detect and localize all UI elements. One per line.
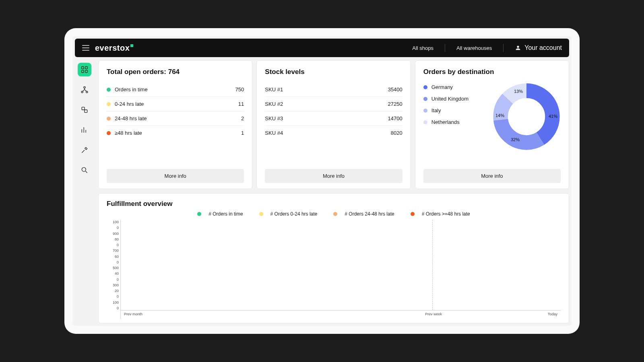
sidebar-search[interactable] [78,163,91,177]
stock-row: SKU #48020 [265,126,402,140]
donut-pct-label: 32% [511,137,520,142]
stock-row: SKU #135400 [265,82,402,97]
menu-icon[interactable] [82,45,89,51]
donut-pct-label: 14% [495,113,504,118]
open-orders-row: ≥48 hrs late1 [107,126,244,140]
sidebar-network[interactable] [78,83,91,97]
sidebar-inventory[interactable] [78,103,91,117]
eyedropper-icon [80,146,89,154]
stock-row: SKU #314700 [265,111,402,126]
xlabel-mid: Prev week [425,312,442,316]
card-fulfillment: Fulfillment overview # Orders in time# O… [98,193,569,323]
donut-pct-label: 13% [514,89,523,94]
svg-rect-8 [85,110,87,113]
donut-chart: 41%32%14%13% [492,82,561,151]
chart-legend-item: # Orders 24-48 hrs late [333,211,394,217]
stock-more-button[interactable]: More info [265,169,402,183]
fulfill-title: Fulfillment overview [107,200,561,208]
dest-legend-item: Netherlands [423,119,486,125]
svg-rect-0 [82,67,84,69]
stock-row: SKU #227250 [265,97,402,111]
boxes-icon [80,106,89,114]
open-orders-row: 24-48 hrs late2 [107,111,244,126]
xlabel-start: Prev month [124,312,142,316]
card-destinations: Orders by destination GermanyUnited King… [415,60,569,189]
svg-rect-7 [82,107,85,110]
svg-point-4 [84,86,85,88]
all-warehouses-link[interactable]: All warehouses [451,45,497,51]
open-orders-title: Total open orders: 764 [107,68,244,76]
account-menu[interactable]: Your account [509,44,562,51]
donut-pct-label: 41% [549,114,557,119]
svg-point-9 [82,167,86,171]
dest-legend-item: Germany [423,84,486,90]
topbar: everstox All shops All warehouses Your a… [75,39,569,57]
svg-rect-3 [85,70,88,73]
sidebar-picker[interactable] [78,143,91,157]
brand-logo: everstox [95,43,133,53]
all-shops-link[interactable]: All shops [407,45,439,51]
dest-title: Orders by destination [423,68,561,76]
dest-legend-item: Italy [423,107,486,113]
open-orders-row: Orders in time750 [107,82,244,97]
card-stock-levels: Stock levels SKU #135400SKU #227250SKU #… [256,60,411,189]
grid-icon [80,66,89,74]
open-orders-row: 0-24 hrs late11 [107,97,244,111]
search-icon [80,166,89,174]
sidebar-dashboard[interactable] [78,63,91,76]
user-icon [515,45,521,51]
sidebar-analytics[interactable] [78,123,91,137]
stock-title: Stock levels [265,68,402,76]
hierarchy-icon [80,86,89,94]
xlabel-end: Today [548,312,557,316]
bar-chart-icon [80,126,89,134]
svg-rect-1 [85,67,88,69]
account-label: Your account [524,44,562,51]
chart-legend-item: # Orders 0-24 hrs late [259,211,318,217]
open-orders-more-button[interactable]: More info [107,169,244,183]
card-open-orders: Total open orders: 764 Orders in time750… [98,60,252,189]
chart-legend-item: # Orders >=48 hrs late [411,211,470,217]
sidebar [75,60,94,323]
svg-rect-2 [82,70,84,73]
dest-legend-item: United Kingdom [423,96,486,102]
chart-legend-item: # Orders in time [197,211,243,217]
dest-more-button[interactable]: More info [423,169,561,183]
fulfillment-chart: 10009008007006005004003002001000 Prev mo… [107,220,561,319]
